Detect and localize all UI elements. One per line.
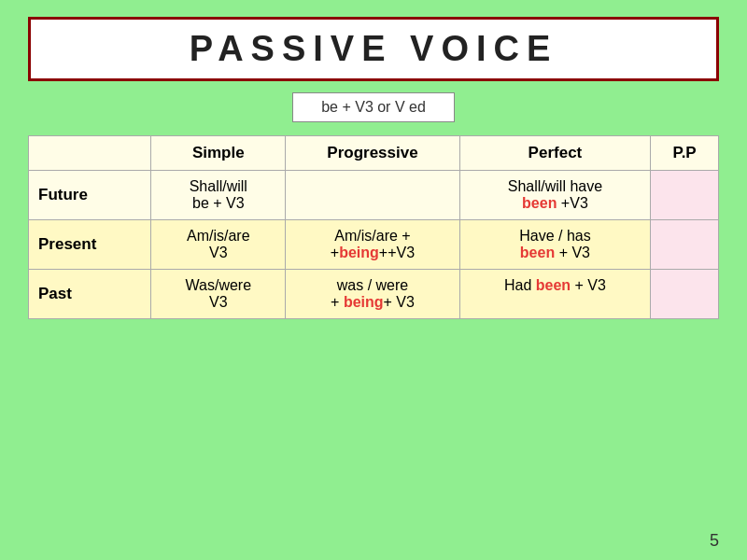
formula-box: be + V3 or V ed <box>292 92 455 122</box>
pp-past <box>651 270 719 319</box>
header-col1: Simple <box>151 136 286 171</box>
header-col0 <box>29 136 151 171</box>
header-col2: Progressive <box>286 136 459 171</box>
simple-future-content: Shall/will be + V3 <box>161 178 275 212</box>
progressive-present: Am/is/are + +being++V3 <box>286 220 459 270</box>
table-row-present: Present Am/is/are V3 Am/is/are + +being+… <box>29 220 719 270</box>
progressive-past-content: was / were + being+ V3 <box>295 277 449 311</box>
table-row-future: Future Shall/will be + V3 Shall/will hav… <box>29 171 719 220</box>
perfect-future-content: Shall/will have been +V3 <box>470 178 641 212</box>
progressive-past: was / were + being+ V3 <box>286 270 459 319</box>
perfect-future: Shall/will have been +V3 <box>459 171 651 220</box>
page-title: PASSIVE VOICE <box>190 29 558 68</box>
header-col4: P.P <box>651 136 719 171</box>
perfect-past-content: Had been + V3 <box>470 277 641 294</box>
perfect-past: Had been + V3 <box>459 270 651 319</box>
passive-voice-table: Simple Progressive Perfect P.P Future Sh… <box>28 135 719 319</box>
progressive-future <box>286 171 459 220</box>
page-number: 5 <box>710 531 719 551</box>
being-present: being <box>339 245 379 260</box>
perfect-present-content: Have / has been + V3 <box>470 228 641 261</box>
tense-present: Present <box>29 220 151 270</box>
table-row-past: Past Was/were V3 was / were + being+ V3 … <box>29 270 719 319</box>
simple-future: Shall/will be + V3 <box>151 171 286 220</box>
pp-present <box>651 220 719 270</box>
progressive-present-content: Am/is/are + +being++V3 <box>295 228 449 261</box>
header-col3: Perfect <box>459 136 651 171</box>
simple-past: Was/were V3 <box>151 270 286 319</box>
simple-present-content: Am/is/are V3 <box>161 228 275 261</box>
pp-future <box>651 171 719 220</box>
title-box: PASSIVE VOICE <box>28 17 719 81</box>
being-past: being <box>344 294 384 310</box>
formula-text: be + V3 or V ed <box>321 99 426 115</box>
table-header-row: Simple Progressive Perfect P.P <box>29 136 719 171</box>
been-past: been <box>536 277 571 293</box>
perfect-present: Have / has been + V3 <box>459 220 651 270</box>
been-present: been <box>520 245 555 260</box>
tense-past: Past <box>29 270 151 319</box>
simple-past-content: Was/were V3 <box>161 277 275 311</box>
been-future: been <box>522 195 557 211</box>
simple-present: Am/is/are V3 <box>151 220 286 270</box>
tense-future: Future <box>29 171 151 220</box>
